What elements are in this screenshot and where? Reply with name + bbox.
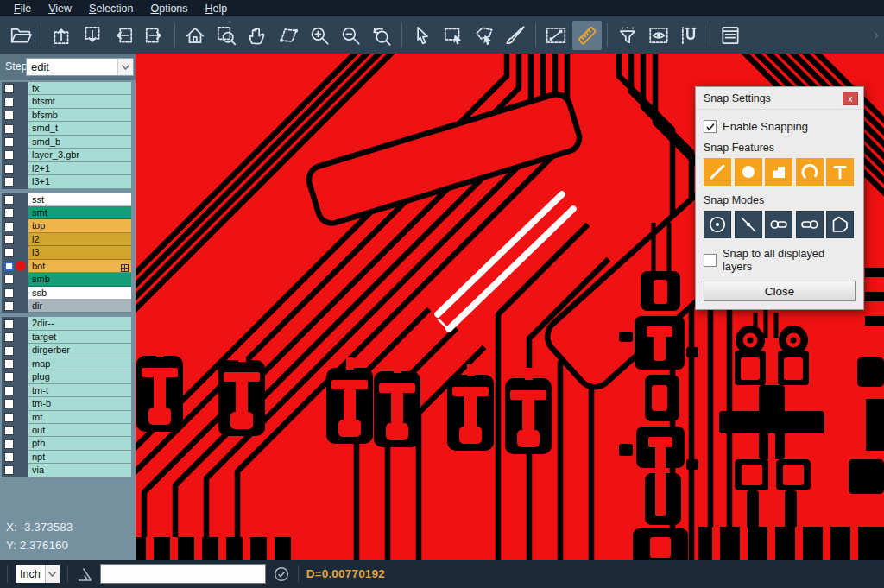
- layer-visibility-checkbox[interactable]: [4, 386, 14, 395]
- tool-zoom-in-button[interactable]: [305, 21, 334, 50]
- layer-name[interactable]: smb: [28, 273, 131, 286]
- layer-name[interactable]: tm-t: [28, 384, 131, 397]
- layer-name[interactable]: tm-b: [28, 397, 131, 410]
- snap-arc-button[interactable]: [796, 158, 824, 186]
- layer-visibility-checkbox[interactable]: [4, 275, 14, 284]
- layer-name[interactable]: l3+1: [28, 175, 131, 188]
- snap-midpoint-button[interactable]: [735, 211, 762, 238]
- layer-visibility-checkbox[interactable]: [4, 413, 14, 422]
- tool-pan-up-button[interactable]: [47, 21, 76, 50]
- layer-visibility-checkbox[interactable]: [4, 332, 14, 342]
- layer-visibility-checkbox[interactable]: [4, 319, 14, 329]
- tool-view-visibility-button[interactable]: [644, 21, 673, 50]
- corner-angle-icon[interactable]: [76, 566, 93, 583]
- layer-name[interactable]: l3: [28, 246, 131, 259]
- layer-visibility-checkbox[interactable]: [4, 301, 14, 311]
- snap-contour-vertex-button[interactable]: [826, 211, 854, 238]
- layer-name[interactable]: l2: [28, 233, 131, 246]
- units-dropdown[interactable]: Inch: [16, 565, 60, 583]
- tool-pan-hand-button[interactable]: [243, 21, 272, 50]
- tool-measure-distance-button[interactable]: [541, 21, 571, 50]
- measurement-input[interactable]: [100, 564, 266, 584]
- dialog-close-button[interactable]: Close: [704, 281, 856, 301]
- layer-name[interactable]: target: [28, 331, 131, 344]
- layer-visibility-checkbox[interactable]: [4, 452, 14, 462]
- tool-home-button[interactable]: [180, 21, 210, 50]
- menu-item-selection[interactable]: Selection: [80, 2, 142, 16]
- layer-visibility-checkbox[interactable]: [4, 426, 14, 435]
- tool-zoom-window-button[interactable]: [212, 21, 241, 50]
- step-dropdown[interactable]: edit: [26, 58, 134, 76]
- layer-visibility-checkbox[interactable]: [4, 111, 14, 120]
- layer-visibility-checkbox[interactable]: [4, 248, 14, 257]
- tool-select-rectangle-button[interactable]: [439, 21, 468, 50]
- toolbar-overflow-chevron-icon[interactable]: [872, 28, 881, 43]
- tool-pan-right-button[interactable]: [140, 21, 169, 50]
- chevron-down-icon[interactable]: [117, 59, 133, 75]
- snap-line-button[interactable]: [704, 158, 731, 186]
- menu-item-file[interactable]: File: [5, 2, 40, 16]
- layer-visibility-checkbox[interactable]: [4, 465, 14, 475]
- layer-name[interactable]: dirgerber: [28, 344, 131, 357]
- tool-select-polygon-button[interactable]: [470, 21, 499, 50]
- layer-name[interactable]: map: [28, 357, 131, 370]
- layer-name[interactable]: via: [28, 464, 131, 477]
- layer-visibility-checkbox[interactable]: [4, 164, 14, 174]
- snap-surface-button[interactable]: [765, 158, 792, 186]
- snap-text-button[interactable]: [826, 158, 854, 186]
- layer-name[interactable]: fx: [28, 82, 131, 95]
- menu-item-view[interactable]: View: [40, 2, 80, 16]
- tool-pan-down-button[interactable]: [78, 21, 107, 50]
- enable-snapping-checkbox[interactable]: [704, 120, 717, 133]
- tool-report-form-button[interactable]: [716, 21, 745, 50]
- layer-name[interactable]: ssb: [28, 287, 131, 300]
- tool-zoom-selection-button[interactable]: [274, 21, 303, 50]
- tool-zoom-previous-button[interactable]: [367, 21, 396, 50]
- layer-visibility-checkbox[interactable]: [4, 84, 14, 93]
- layer-visibility-checkbox[interactable]: [4, 98, 14, 107]
- menu-item-options[interactable]: Options: [142, 2, 196, 16]
- layer-name[interactable]: smd_b: [28, 136, 131, 149]
- layer-name[interactable]: mt: [28, 411, 131, 424]
- layer-visibility-checkbox[interactable]: [4, 124, 14, 134]
- snap-pad-end-right-button[interactable]: [796, 211, 824, 238]
- layer-name[interactable]: sst: [28, 193, 131, 206]
- layer-visibility-checkbox[interactable]: [4, 288, 14, 298]
- tool-snap-magnet-button[interactable]: [675, 21, 704, 50]
- layer-visibility-checkbox[interactable]: [4, 222, 14, 231]
- layer-name[interactable]: bfsmt: [28, 95, 131, 108]
- layer-visibility-checkbox[interactable]: [4, 208, 14, 218]
- layer-name[interactable]: pth: [28, 437, 131, 450]
- layer-visibility-checkbox[interactable]: [4, 372, 14, 382]
- circle-check-icon[interactable]: [273, 566, 290, 583]
- layer-name[interactable]: plug: [28, 370, 131, 383]
- snap-pad-button[interactable]: [735, 158, 762, 186]
- tool-select-pointer-button[interactable]: [407, 21, 437, 50]
- menu-item-help[interactable]: Help: [197, 2, 237, 16]
- layer-visibility-checkbox[interactable]: [4, 359, 14, 369]
- layer-name[interactable]: top: [28, 219, 131, 232]
- layer-name[interactable]: smt: [28, 206, 131, 219]
- layer-name[interactable]: 2dir--: [28, 317, 131, 330]
- chevron-down-icon[interactable]: [45, 565, 60, 583]
- dialog-title-bar[interactable]: Snap Settings x: [696, 87, 863, 110]
- grid-icon[interactable]: [121, 262, 129, 273]
- layer-visibility-checkbox[interactable]: [4, 235, 14, 244]
- tool-filter-button[interactable]: [613, 21, 642, 50]
- layer-visibility-checkbox[interactable]: [4, 439, 14, 449]
- layer-name[interactable]: layer_3.gbr: [28, 149, 131, 161]
- layer-visibility-checkbox[interactable]: [4, 177, 14, 187]
- layer-name[interactable]: out: [28, 424, 131, 437]
- snap-pad-end-left-button[interactable]: [765, 211, 792, 238]
- layer-visibility-checkbox[interactable]: [4, 137, 14, 147]
- layer-name[interactable]: smd_t: [28, 122, 131, 135]
- close-icon[interactable]: x: [843, 92, 858, 105]
- tool-clear-brush-button[interactable]: [501, 21, 530, 50]
- layer-visibility-checkbox[interactable]: [4, 262, 14, 271]
- tool-pan-left-button[interactable]: [109, 21, 138, 50]
- layer-name[interactable]: l2+1: [28, 162, 131, 175]
- layer-visibility-checkbox[interactable]: [4, 150, 14, 160]
- layer-name[interactable]: bfsmb: [28, 109, 131, 122]
- layer-visibility-checkbox[interactable]: [4, 195, 14, 205]
- tool-open-folder-button[interactable]: [6, 21, 35, 50]
